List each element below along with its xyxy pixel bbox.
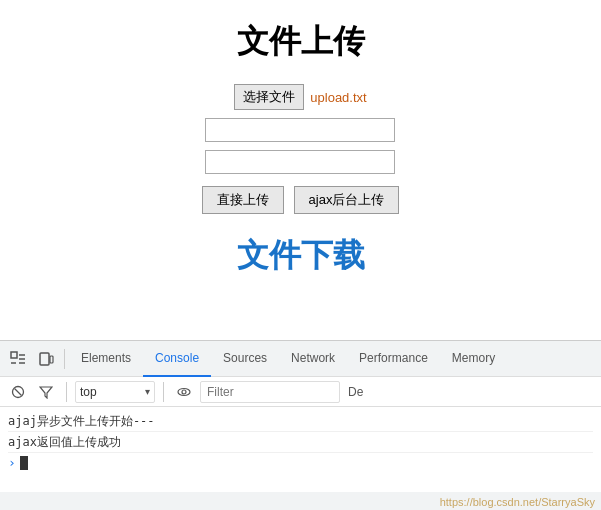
upload-buttons: 直接上传 ajax后台上传 xyxy=(202,186,400,214)
device-toolbar-icon[interactable] xyxy=(32,345,60,373)
console-output: ajaj异步文件上传开始--- ajax返回值上传成功 › xyxy=(0,407,601,492)
choose-file-button[interactable]: 选择文件 xyxy=(234,84,304,110)
tab-separator-1 xyxy=(64,349,65,369)
inspect-element-icon[interactable] xyxy=(4,345,32,373)
upload-section: 选择文件 upload.txt 直接上传 ajax后台上传 xyxy=(202,84,400,214)
clear-console-icon[interactable] xyxy=(6,380,30,404)
devtools-panel: Elements Console Sources Network Perform… xyxy=(0,340,601,510)
text-input-2[interactable] xyxy=(205,150,395,174)
tab-network[interactable]: Network xyxy=(279,341,347,377)
context-selector[interactable]: top ▾ xyxy=(75,381,155,403)
page-content: 文件上传 选择文件 upload.txt 直接上传 ajax后台上传 文件下载 xyxy=(0,0,601,340)
download-title: 文件下载 xyxy=(237,234,365,278)
devtools-toolbar: top ▾ De xyxy=(0,377,601,407)
tab-performance[interactable]: Performance xyxy=(347,341,440,377)
eye-icon[interactable] xyxy=(172,380,196,404)
bottom-bar: https://blog.csdn.net/StarryaSky xyxy=(0,492,601,510)
console-input-row[interactable]: › xyxy=(8,455,593,470)
svg-point-11 xyxy=(182,390,186,394)
csdn-link[interactable]: https://blog.csdn.net/StarryaSky xyxy=(440,496,595,508)
tab-elements[interactable]: Elements xyxy=(69,341,143,377)
toolbar-separator-2 xyxy=(163,382,164,402)
direct-upload-button[interactable]: 直接上传 xyxy=(202,186,284,214)
console-cursor xyxy=(20,456,28,470)
filter-input[interactable] xyxy=(200,381,340,403)
ajax-upload-button[interactable]: ajax后台上传 xyxy=(294,186,400,214)
tab-memory[interactable]: Memory xyxy=(440,341,507,377)
file-row: 选择文件 upload.txt xyxy=(234,84,366,110)
svg-rect-0 xyxy=(11,352,17,358)
console-prompt-icon: › xyxy=(8,455,16,470)
filter-icon[interactable] xyxy=(34,380,58,404)
svg-line-8 xyxy=(15,388,22,395)
svg-rect-6 xyxy=(50,356,53,363)
tab-console[interactable]: Console xyxy=(143,341,211,377)
chevron-down-icon: ▾ xyxy=(145,386,150,397)
upload-title: 文件上传 xyxy=(237,20,365,64)
devtools-tabs-bar: Elements Console Sources Network Perform… xyxy=(0,341,601,377)
de-label: De xyxy=(348,385,363,399)
file-name-display: upload.txt xyxy=(310,90,366,105)
svg-rect-5 xyxy=(40,353,49,365)
console-line-2: ajax返回值上传成功 xyxy=(8,432,593,453)
tab-sources[interactable]: Sources xyxy=(211,341,279,377)
context-label: top xyxy=(80,385,145,399)
svg-marker-9 xyxy=(40,387,52,398)
toolbar-separator-1 xyxy=(66,382,67,402)
console-line-1: ajaj异步文件上传开始--- xyxy=(8,411,593,432)
text-input-1[interactable] xyxy=(205,118,395,142)
